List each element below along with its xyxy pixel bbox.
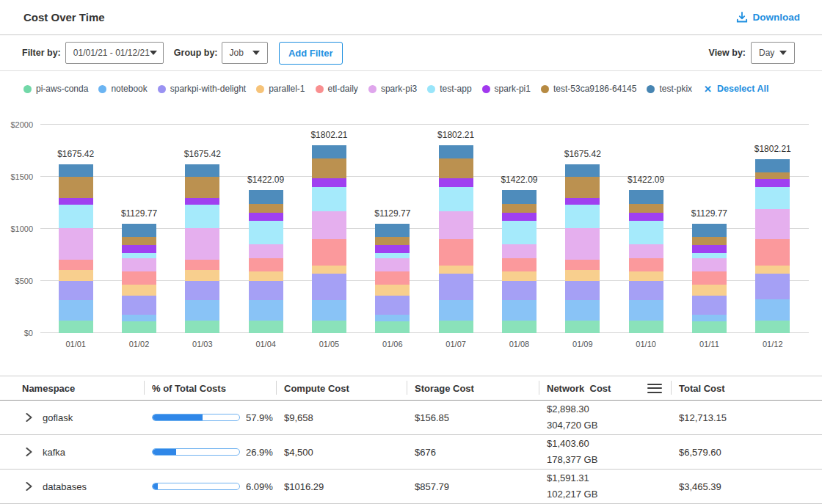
bar-segment-pi-aws-conda[interactable]: [755, 321, 790, 333]
bar-segment-notebook[interactable]: [629, 300, 663, 321]
bar-segment-test-app[interactable]: [502, 221, 537, 245]
bar-segment-test-app[interactable]: [375, 253, 410, 258]
bar-segment-test-pkix[interactable]: [185, 164, 219, 177]
bar-segment-spark-pi3[interactable]: [185, 228, 219, 260]
bar-segment-test-53ca9186-64145[interactable]: [122, 237, 156, 245]
bar-segment-test-53ca9186-64145[interactable]: [185, 177, 219, 198]
bar-segment-pi-aws-conda[interactable]: [185, 321, 219, 333]
bar-segment-test-app[interactable]: [565, 205, 600, 228]
bar-segment-spark-pi1[interactable]: [185, 198, 219, 205]
legend-item-etl-daily[interactable]: etl-daily: [316, 84, 358, 94]
bar-segment-spark-pi1[interactable]: [249, 213, 283, 221]
bar-segment-etl-daily[interactable]: [312, 239, 346, 266]
bar-segment-pi-aws-conda[interactable]: [692, 321, 727, 333]
column-header-of-total-costs[interactable]: % of Total Costs: [144, 376, 276, 400]
bar-segment-parallel-1[interactable]: [565, 270, 600, 281]
bar-segment-spark-pi3[interactable]: [59, 228, 93, 260]
bar-segment-sparkpi-with-delight[interactable]: [185, 281, 219, 300]
bar-segment-test-app[interactable]: [312, 187, 346, 211]
bar-01/02[interactable]: $1129.77: [122, 224, 156, 333]
bar-segment-parallel-1[interactable]: [629, 271, 663, 281]
group-by-select[interactable]: Job: [222, 42, 268, 64]
deselect-all-button[interactable]: ✕ Deselect All: [704, 84, 768, 95]
bar-segment-parallel-1[interactable]: [249, 271, 283, 281]
bar-segment-notebook[interactable]: [59, 300, 93, 321]
bar-segment-sparkpi-with-delight[interactable]: [249, 281, 283, 300]
column-header-storage-cost[interactable]: Storage Cost: [407, 376, 539, 400]
bar-segment-test-app[interactable]: [692, 253, 727, 258]
bar-segment-parallel-1[interactable]: [692, 285, 727, 296]
bar-segment-etl-daily[interactable]: [185, 260, 219, 270]
column-header-namespace[interactable]: Namespace: [22, 376, 144, 400]
bar-segment-notebook[interactable]: [122, 315, 156, 321]
bar-segment-notebook[interactable]: [565, 300, 600, 321]
bar-segment-spark-pi3[interactable]: [755, 209, 790, 239]
bar-segment-spark-pi1[interactable]: [565, 198, 600, 205]
bar-segment-etl-daily[interactable]: [375, 271, 410, 285]
bar-segment-test-app[interactable]: [185, 205, 219, 228]
legend-item-sparkpi-with-delight[interactable]: sparkpi-with-delight: [158, 84, 246, 94]
bar-segment-spark-pi1[interactable]: [629, 213, 663, 221]
bar-segment-parallel-1[interactable]: [122, 285, 156, 296]
bar-segment-pi-aws-conda[interactable]: [629, 321, 663, 333]
bar-segment-pi-aws-conda[interactable]: [375, 321, 410, 333]
bar-segment-notebook[interactable]: [502, 300, 537, 321]
bar-segment-parallel-1[interactable]: [375, 285, 410, 296]
bar-segment-notebook[interactable]: [312, 300, 346, 321]
bar-segment-notebook[interactable]: [249, 300, 283, 321]
bar-segment-sparkpi-with-delight[interactable]: [565, 281, 600, 300]
bar-segment-spark-pi1[interactable]: [312, 178, 346, 187]
bar-segment-spark-pi3[interactable]: [249, 244, 283, 258]
bar-segment-sparkpi-with-delight[interactable]: [122, 296, 156, 315]
bar-segment-spark-pi1[interactable]: [502, 213, 537, 221]
column-header-compute-cost[interactable]: Compute Cost: [276, 376, 407, 400]
add-filter-button[interactable]: Add Filter: [279, 42, 343, 65]
bar-segment-etl-daily[interactable]: [502, 258, 537, 271]
bar-segment-test-app[interactable]: [629, 221, 663, 245]
bar-segment-test-53ca9186-64145[interactable]: [59, 177, 93, 198]
bar-segment-pi-aws-conda[interactable]: [249, 321, 283, 333]
bar-01/08[interactable]: $1422.09: [502, 190, 537, 333]
bar-segment-test-app[interactable]: [122, 253, 156, 258]
bar-segment-notebook[interactable]: [375, 315, 410, 321]
bar-segment-test-53ca9186-64145[interactable]: [629, 204, 663, 213]
bar-segment-pi-aws-conda[interactable]: [565, 321, 600, 333]
bar-segment-pi-aws-conda[interactable]: [502, 321, 537, 333]
bar-segment-test-pkix[interactable]: [312, 145, 346, 158]
bar-segment-test-pkix[interactable]: [755, 159, 790, 172]
bar-segment-pi-aws-conda[interactable]: [439, 321, 473, 333]
bar-01/07[interactable]: $1802.21: [439, 145, 473, 333]
bar-segment-test-53ca9186-64145[interactable]: [312, 158, 346, 178]
bar-segment-parallel-1[interactable]: [185, 270, 219, 281]
bar-01/09[interactable]: $1675.42: [565, 164, 600, 333]
bar-segment-spark-pi1[interactable]: [375, 245, 410, 253]
column-header-network-cost[interactable]: Network Cost: [539, 376, 671, 400]
bar-segment-test-53ca9186-64145[interactable]: [565, 177, 600, 198]
bar-segment-test-app[interactable]: [249, 221, 283, 245]
bar-segment-test-pkix[interactable]: [59, 164, 93, 177]
bar-segment-etl-daily[interactable]: [692, 271, 727, 285]
bar-segment-parallel-1[interactable]: [312, 266, 346, 274]
bar-segment-test-app[interactable]: [59, 205, 93, 228]
bar-segment-spark-pi1[interactable]: [59, 198, 93, 205]
bar-segment-sparkpi-with-delight[interactable]: [629, 281, 663, 300]
bar-segment-spark-pi3[interactable]: [439, 211, 473, 239]
bar-segment-notebook[interactable]: [185, 300, 219, 321]
bar-segment-parallel-1[interactable]: [439, 266, 473, 274]
bar-segment-test-53ca9186-64145[interactable]: [439, 158, 473, 178]
chevron-right-icon[interactable]: [24, 412, 34, 423]
bar-segment-test-pkix[interactable]: [439, 145, 473, 158]
bar-segment-test-app[interactable]: [755, 187, 790, 210]
bar-01/03[interactable]: $1675.42: [185, 164, 219, 333]
bar-segment-test-53ca9186-64145[interactable]: [502, 204, 537, 213]
bar-01/10[interactable]: $1422.09: [629, 190, 663, 333]
bar-segment-etl-daily[interactable]: [565, 260, 600, 270]
bar-segment-test-53ca9186-64145[interactable]: [375, 237, 410, 245]
chevron-right-icon[interactable]: [24, 446, 34, 458]
bar-segment-spark-pi1[interactable]: [755, 179, 790, 187]
legend-item-spark-pi3[interactable]: spark-pi3: [368, 84, 417, 94]
legend-item-test-app[interactable]: test-app: [427, 84, 471, 94]
bar-segment-spark-pi1[interactable]: [439, 178, 473, 187]
bar-segment-pi-aws-conda[interactable]: [312, 321, 346, 333]
bar-segment-sparkpi-with-delight[interactable]: [312, 274, 346, 300]
